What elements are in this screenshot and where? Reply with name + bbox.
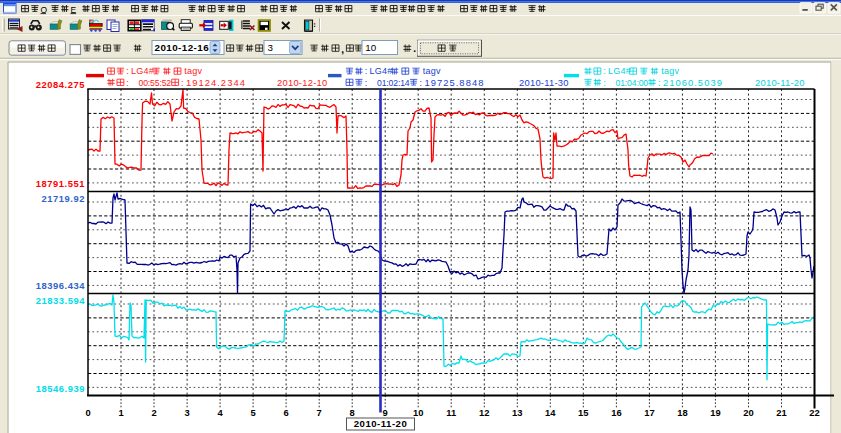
svg-text:11: 11 xyxy=(446,407,456,418)
svg-text:3: 3 xyxy=(184,407,189,418)
svg-text:7: 7 xyxy=(317,407,322,418)
svg-text::: : xyxy=(365,66,368,76)
svg-text::: : xyxy=(126,66,129,76)
svg-text:21: 21 xyxy=(776,407,786,418)
svg-text:19124.2344: 19124.2344 xyxy=(186,77,246,88)
svg-text:LG4#: LG4# xyxy=(131,66,154,76)
svg-text:4: 4 xyxy=(217,407,223,418)
svg-text:16: 16 xyxy=(611,407,621,418)
svg-text:18791.551: 18791.551 xyxy=(36,178,85,189)
svg-text:21060.5039: 21060.5039 xyxy=(663,77,723,88)
svg-text:20: 20 xyxy=(743,407,753,418)
svg-text:2010-12-16: 2010-12-16 xyxy=(155,42,210,53)
svg-text:15: 15 xyxy=(578,407,588,418)
svg-text:6: 6 xyxy=(283,407,288,418)
svg-text:19: 19 xyxy=(710,407,720,418)
svg-text:2010-11-20: 2010-11-20 xyxy=(755,77,805,88)
svg-text:18546.939: 18546.939 xyxy=(36,383,85,394)
svg-text:2010-11-20: 2010-11-20 xyxy=(354,418,408,429)
svg-text:10: 10 xyxy=(413,407,423,418)
svg-text:2: 2 xyxy=(151,407,156,418)
svg-text:E: E xyxy=(71,5,77,15)
svg-text::: : xyxy=(181,78,184,88)
svg-text::: : xyxy=(603,66,606,76)
svg-text::: : xyxy=(658,78,661,88)
svg-text::: : xyxy=(365,78,368,88)
svg-text:2010-12-10: 2010-12-10 xyxy=(277,77,327,88)
svg-text:01:04:00: 01:04:00 xyxy=(616,78,649,88)
svg-text:21719.92: 21719.92 xyxy=(41,193,85,204)
svg-text:18396.434: 18396.434 xyxy=(36,280,86,291)
svg-text:21833.594: 21833.594 xyxy=(36,295,86,306)
svg-text:.: . xyxy=(413,43,416,54)
svg-text:tagv: tagv xyxy=(423,66,441,76)
svg-text::: : xyxy=(420,78,423,88)
svg-text:,: , xyxy=(341,44,344,55)
svg-text:14: 14 xyxy=(545,407,556,418)
svg-text:10: 10 xyxy=(365,42,376,53)
svg-text:12: 12 xyxy=(479,407,489,418)
svg-text:tagv: tagv xyxy=(661,66,679,76)
svg-text:LG4#: LG4# xyxy=(608,66,631,76)
svg-text:18: 18 xyxy=(677,407,687,418)
svg-text:1: 1 xyxy=(118,407,123,418)
svg-text:22: 22 xyxy=(809,407,819,418)
svg-text:13: 13 xyxy=(512,407,522,418)
svg-text:O: O xyxy=(41,5,48,15)
svg-text::: : xyxy=(603,78,606,88)
svg-text:3: 3 xyxy=(268,42,274,53)
svg-text:9: 9 xyxy=(383,407,388,418)
svg-text:8: 8 xyxy=(350,407,355,418)
svg-text:19725.8848: 19725.8848 xyxy=(424,77,484,88)
svg-text:2010-11-30: 2010-11-30 xyxy=(519,77,569,88)
svg-text::: : xyxy=(126,78,129,88)
svg-text:0: 0 xyxy=(85,407,90,418)
svg-text:01:02:14: 01:02:14 xyxy=(377,78,410,88)
svg-text:5: 5 xyxy=(250,407,255,418)
svg-text:LG4#: LG4# xyxy=(370,66,393,76)
svg-text:22084.275: 22084.275 xyxy=(36,79,85,90)
svg-text:tagv: tagv xyxy=(184,66,202,76)
svg-text:00:55:52: 00:55:52 xyxy=(139,78,172,88)
svg-text:17: 17 xyxy=(644,407,654,418)
